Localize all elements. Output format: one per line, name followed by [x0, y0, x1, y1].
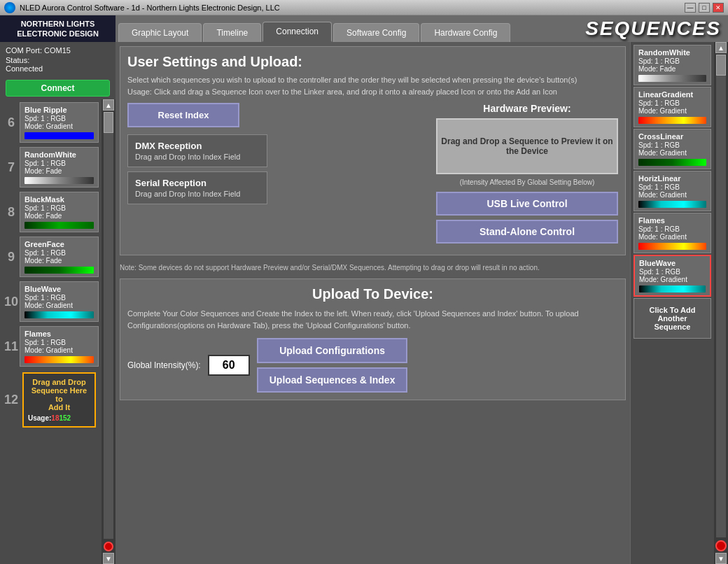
settings-right: Hardware Preview: Drag and Drop a Sequen… — [436, 103, 618, 248]
sequences-header: SEQUENCES — [514, 15, 728, 42]
user-settings-desc: Select which sequences you wish to uploa… — [127, 74, 618, 97]
left-sequence-area: 6 Blue Ripple Spd: 1 : RGB Mode: Gradien… — [0, 99, 115, 564]
list-item: 8 BlackMask Spd: 1 : RGB Mode: Fade — [0, 190, 102, 234]
scroll-track[interactable] — [104, 112, 113, 539]
upload-sequences-button[interactable]: Upload Sequences & Index — [257, 367, 408, 393]
tab-timeline[interactable]: Timeline — [203, 23, 261, 42]
sequence-list: 6 Blue Ripple Spd: 1 : RGB Mode: Gradien… — [0, 99, 102, 564]
sequence-gradient — [24, 222, 94, 229]
red-circle-right — [715, 540, 727, 551]
sequence-gradient — [638, 201, 706, 208]
intensity-input[interactable] — [208, 355, 250, 376]
upload-configurations-button[interactable]: Upload Configurations — [257, 338, 408, 363]
right-scroll-down[interactable]: ▼ — [715, 553, 727, 564]
upload-controls: Global Intensity(%): Upload Configuratio… — [127, 338, 618, 393]
usage-bar: Usage: 18 152 — [28, 414, 90, 422]
minimize-button[interactable]: — — [685, 3, 696, 13]
list-item: 9 GreenFace Spd: 1 : RGB Mode: Fade — [0, 235, 102, 279]
scroll-down-arrow[interactable]: ▼ — [103, 553, 114, 564]
list-item: 12 Drag and DropSequence Here toAdd It U… — [0, 369, 102, 430]
list-item: 6 Blue Ripple Spd: 1 : RGB Mode: Gradien… — [0, 101, 102, 144]
right-seq-card[interactable]: RandomWhite Spd: 1 : RGB Mode: Fade — [634, 45, 711, 85]
sequence-gradient — [24, 267, 94, 274]
left-sidebar: COM Port: COM15 Status: Connected Connec… — [0, 42, 115, 564]
intensity-note: (Intensity Affected By Global Setting Be… — [436, 178, 618, 186]
connect-button[interactable]: Connect — [6, 80, 110, 97]
right-scrollbar: ▲ ▼ — [714, 42, 728, 564]
settings-body: Reset Index DMX Reception Drag and Drop … — [127, 103, 618, 248]
right-seq-card[interactable]: HorizLinear Spd: 1 : RGB Mode: Gradient — [634, 171, 711, 211]
settings-left: Reset Index DMX Reception Drag and Drop … — [127, 103, 429, 248]
list-item: 11 Flames Spd: 1 : RGB Mode: Gradient — [0, 325, 102, 368]
right-seq-card[interactable]: Flames Spd: 1 : RGB Mode: Gradient — [634, 213, 711, 253]
seq-card-7[interactable]: RandomWhite Spd: 1 : RGB Mode: Fade — [20, 147, 99, 188]
seq-card-11[interactable]: Flames Spd: 1 : RGB Mode: Gradient — [20, 326, 99, 367]
list-item: 7 RandomWhite Spd: 1 : RGB Mode: Fade — [0, 146, 102, 189]
right-seq-card[interactable]: LinearGradient Spd: 1 : RGB Mode: Gradie… — [634, 87, 711, 127]
intensity-label: Global Intensity(%): — [127, 360, 201, 370]
dmx-sub: Drag and Drop Into Index Field — [135, 153, 260, 161]
serial-sub: Drag and Drop Into Index Field — [135, 190, 260, 198]
main-content: COM Port: COM15 Status: Connected Connec… — [0, 42, 728, 564]
usb-live-control-button[interactable]: USB Live Control — [436, 192, 618, 216]
add-sequence-card[interactable]: Click To Add Another Sequence — [634, 298, 711, 339]
hw-preview-box[interactable]: Drag and Drop a Sequence to Preview it o… — [436, 118, 618, 174]
scroll-thumb[interactable] — [104, 112, 113, 133]
sequence-gradient — [638, 117, 706, 124]
note-text: Note: Some devices do not support Hardwa… — [120, 262, 626, 273]
right-scroll-track[interactable] — [716, 55, 726, 537]
right-sequence-area: RandomWhite Spd: 1 : RGB Mode: Fade Line… — [631, 42, 728, 564]
upload-desc: Complete Your Color Sequences and Create… — [127, 308, 618, 331]
right-sequence-list: RandomWhite Spd: 1 : RGB Mode: Fade Line… — [631, 42, 714, 564]
status-label: Status: Connected — [6, 56, 110, 73]
tab-hardware-config[interactable]: Hardware Config — [421, 23, 510, 42]
sequence-gradient — [638, 75, 706, 82]
right-seq-card[interactable]: CrossLinear Spd: 1 : RGB Mode: Gradient — [634, 129, 711, 169]
user-settings-title: User Settings and Upload: — [127, 54, 618, 70]
tab-connection[interactable]: Connection — [262, 22, 332, 42]
drag-drop-zone[interactable]: Drag and DropSequence Here toAdd It Usag… — [22, 372, 96, 428]
app-icon — [4, 2, 15, 13]
com-port-label: COM Port: COM15 — [6, 46, 110, 55]
title-bar-buttons: — □ ✕ — [685, 3, 724, 13]
tab-graphic-layout[interactable]: Graphic Layout — [118, 23, 202, 42]
right-scroll-thumb[interactable] — [716, 55, 726, 76]
sequence-gradient — [24, 177, 94, 184]
close-button[interactable]: ✕ — [713, 3, 724, 13]
logo: Northern Lights Electronic Design — [0, 15, 115, 42]
sequence-gradient — [24, 132, 94, 139]
seq-card-10[interactable]: BlueWave Spd: 1 : RGB Mode: Gradient — [20, 281, 99, 322]
upload-title: Upload To Device: — [127, 286, 618, 302]
maximize-button[interactable]: □ — [699, 3, 710, 13]
serial-reception-box[interactable]: Serial Reception Drag and Drop Into Inde… — [127, 171, 267, 204]
sequence-gradient — [638, 243, 706, 250]
right-sidebar: RandomWhite Spd: 1 : RGB Mode: Fade Line… — [630, 42, 728, 564]
title-bar-text: NLED Aurora Control Software - 1d - Nort… — [20, 3, 685, 12]
stand-alone-control-button[interactable]: Stand-Alone Control — [436, 220, 618, 244]
right-seq-card-selected[interactable]: BlueWave Spd: 1 : RGB Mode: Gradient — [634, 255, 711, 297]
upload-section: Upload To Device: Complete Your Color Se… — [120, 279, 626, 400]
right-scroll-up[interactable]: ▲ — [715, 42, 727, 53]
logo-text: Northern Lights Electronic Design — [17, 19, 99, 39]
scroll-up-arrow[interactable]: ▲ — [103, 99, 114, 111]
seq-card-6[interactable]: Blue Ripple Spd: 1 : RGB Mode: Gradient — [20, 102, 99, 143]
sequences-title: SEQUENCES — [585, 17, 721, 40]
seq-card-9[interactable]: GreenFace Spd: 1 : RGB Mode: Fade — [20, 237, 99, 277]
sequence-gradient — [24, 356, 94, 363]
nav-tabs: Graphic Layout Timeline Connection Softw… — [115, 15, 514, 42]
center-panel: User Settings and Upload: Select which s… — [115, 42, 630, 564]
reset-index-button[interactable]: Reset Index — [127, 103, 239, 127]
sequence-gradient — [24, 311, 94, 318]
drag-drop-text: Drag and DropSequence Here toAdd It — [28, 378, 90, 411]
tab-software-config[interactable]: Software Config — [333, 23, 419, 42]
hw-preview-title: Hardware Preview: — [436, 103, 618, 114]
sequence-gradient — [638, 159, 706, 166]
left-scrollbar: ▲ ▼ — [102, 99, 115, 564]
title-bar: NLED Aurora Control Software - 1d - Nort… — [0, 0, 728, 15]
dmx-reception-box[interactable]: DMX Reception Drag and Drop Into Index F… — [127, 134, 267, 167]
sequence-gradient — [639, 285, 706, 292]
seq-card-8[interactable]: BlackMask Spd: 1 : RGB Mode: Fade — [20, 192, 99, 232]
com-status: COM Port: COM15 Status: Connected — [0, 42, 115, 77]
upload-buttons: Upload Configurations Upload Sequences &… — [257, 338, 408, 393]
list-item: 10 BlueWave Spd: 1 : RGB Mode: Gradient — [0, 280, 102, 323]
